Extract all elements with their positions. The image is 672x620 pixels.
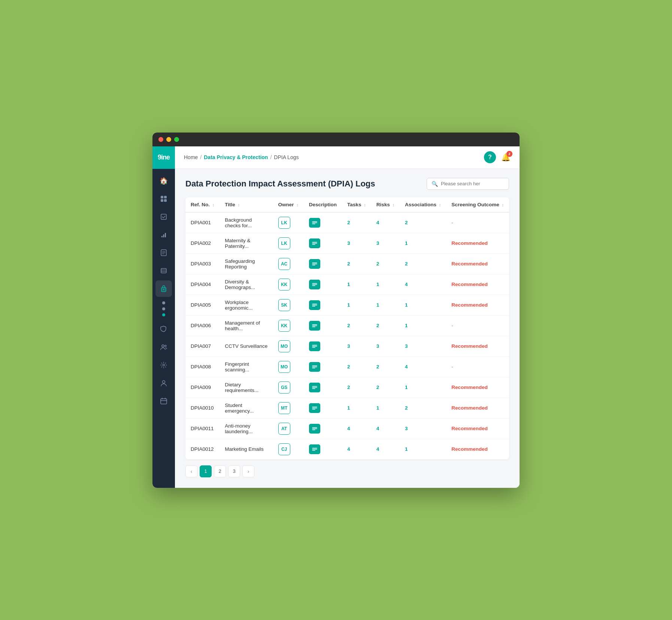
svg-rect-4 (161, 214, 166, 219)
cell-description[interactable] (304, 253, 342, 274)
content-header: Data Protection Impact Assessment (DPIA)… (185, 178, 509, 190)
sidebar-item-privacy[interactable] (155, 280, 172, 297)
topnav: Home / Data Privacy & Protection / DPIA … (175, 146, 520, 169)
cell-description[interactable] (304, 336, 342, 356)
sidebar-dot-2 (162, 307, 165, 310)
sidebar-dot-3 (162, 313, 165, 316)
cell-associations: 1 (400, 233, 446, 253)
sidebar-item-calendar[interactable] (155, 393, 172, 409)
sidebar-dot-3-wrap (162, 313, 165, 316)
cell-title: Anti-money laundering... (220, 418, 273, 439)
table-row[interactable]: DPIA002 Maternity & Paternity... LK 3 3 … (185, 233, 509, 253)
breadcrumb-sep-1: / (200, 154, 202, 160)
table-row[interactable]: DPIA0010 Student emergency... MT 1 1 2 R… (185, 398, 509, 418)
cell-description[interactable] (304, 377, 342, 398)
table-row[interactable]: DPIA003 Safeguarding Reporting AC 2 2 2 … (185, 253, 509, 274)
cell-outcome: Recommended (446, 274, 509, 295)
table-row[interactable]: DPIA007 CCTV Surveillance MO 3 3 3 Recom… (185, 336, 509, 356)
close-button[interactable] (158, 137, 163, 142)
page-3-button[interactable]: 3 (228, 465, 240, 477)
cell-owner: KK (273, 274, 304, 295)
cell-description[interactable] (304, 212, 342, 233)
sidebar-item-list[interactable] (155, 262, 172, 279)
page-next-button[interactable]: › (242, 465, 254, 477)
topnav-actions: ? 🔔 2 (484, 151, 511, 163)
cell-description[interactable] (304, 295, 342, 315)
svg-rect-2 (161, 199, 163, 202)
breadcrumb-home[interactable]: Home (184, 154, 198, 160)
svg-point-16 (163, 380, 165, 383)
cell-outcome: - (446, 356, 509, 377)
title-bar (152, 133, 520, 146)
maximize-button[interactable] (174, 137, 179, 142)
page-1-button[interactable]: 1 (200, 465, 212, 477)
cell-associations: 2 (400, 253, 446, 274)
sidebar-item-settings[interactable] (155, 357, 172, 373)
sidebar-item-shield[interactable] (155, 321, 172, 337)
page-prev-button[interactable]: ‹ (185, 465, 197, 477)
cell-ref: DPIA0011 (185, 418, 220, 439)
cell-risks: 2 (371, 356, 400, 377)
search-box[interactable]: 🔍 (427, 178, 509, 190)
cell-associations: 1 (400, 295, 446, 315)
cell-risks: 2 (371, 377, 400, 398)
sidebar-dot-2-wrap (162, 307, 165, 310)
cell-associations: 2 (400, 212, 446, 233)
col-ref[interactable]: Ref. No. ↕ (185, 197, 220, 212)
cell-risks: 3 (371, 336, 400, 356)
table-row[interactable]: DPIA001 Background checks for... LK 2 4 … (185, 212, 509, 233)
svg-rect-6 (163, 234, 164, 237)
table-row[interactable]: DPIA006 Management of health... KK 2 2 1… (185, 315, 509, 336)
cell-description[interactable] (304, 274, 342, 295)
col-owner[interactable]: Owner ↕ (273, 197, 304, 212)
content-area: Data Protection Impact Assessment (DPIA)… (175, 169, 520, 488)
breadcrumb-section[interactable]: Data Privacy & Protection (204, 154, 268, 160)
minimize-button[interactable] (166, 137, 171, 142)
cell-description[interactable] (304, 418, 342, 439)
table-row[interactable]: DPIA0011 Anti-money laundering... AT 4 4… (185, 418, 509, 439)
col-associations[interactable]: Associations ↕ (400, 197, 446, 212)
sidebar-item-admin[interactable] (155, 375, 172, 391)
sidebar-item-docs[interactable] (155, 244, 172, 261)
cell-title: Student emergency... (220, 398, 273, 418)
table-row[interactable]: DPIA004 Diversity & Demograps... KK 1 1 … (185, 274, 509, 295)
cell-associations: 1 (400, 377, 446, 398)
cell-tasks: 1 (342, 295, 371, 315)
search-input[interactable] (441, 181, 501, 186)
description-icon (309, 383, 320, 392)
cell-title: Safeguarding Reporting (220, 253, 273, 274)
col-title[interactable]: Title ↕ (220, 197, 273, 212)
cell-description[interactable] (304, 315, 342, 336)
help-button[interactable]: ? (484, 151, 496, 163)
cell-risks: 2 (371, 315, 400, 336)
sidebar-item-tasks[interactable] (155, 209, 172, 225)
sidebar-item-dashboard[interactable] (155, 191, 172, 207)
cell-risks: 3 (371, 233, 400, 253)
cell-outcome: Recommended (446, 439, 509, 459)
cell-description[interactable] (304, 398, 342, 418)
svg-point-15 (163, 364, 165, 366)
table-row[interactable]: DPIA005 Workplace ergonomic... SK 1 1 1 … (185, 295, 509, 315)
sort-owner-icon: ↕ (296, 203, 299, 207)
sidebar-item-users[interactable] (155, 339, 172, 355)
sidebar-item-reports[interactable] (155, 227, 172, 243)
col-tasks[interactable]: Tasks ↕ (342, 197, 371, 212)
table-row[interactable]: DPIA009 Dietary requirements... GS 2 2 1… (185, 377, 509, 398)
sidebar-item-home[interactable]: 🏠 (155, 173, 172, 189)
cell-outcome: - (446, 315, 509, 336)
table-row[interactable]: DPIA008 Fingerprint scanning... MO 2 2 4… (185, 356, 509, 377)
table-row[interactable]: DPIA0012 Marketing Emails CJ 4 4 1 Recom… (185, 439, 509, 459)
cell-description[interactable] (304, 233, 342, 253)
notification-button[interactable]: 🔔 2 (501, 153, 511, 162)
cell-ref: DPIA007 (185, 336, 220, 356)
page-2-button[interactable]: 2 (214, 465, 226, 477)
cell-description[interactable] (304, 439, 342, 459)
svg-rect-0 (161, 196, 163, 198)
svg-rect-5 (161, 236, 163, 237)
main-area: Home / Data Privacy & Protection / DPIA … (175, 146, 520, 488)
col-outcome[interactable]: Screening Outcome ↕ (446, 197, 509, 212)
cell-description[interactable] (304, 356, 342, 377)
col-risks[interactable]: Risks ↕ (371, 197, 400, 212)
cell-tasks: 2 (342, 377, 371, 398)
cell-outcome: Recommended (446, 233, 509, 253)
